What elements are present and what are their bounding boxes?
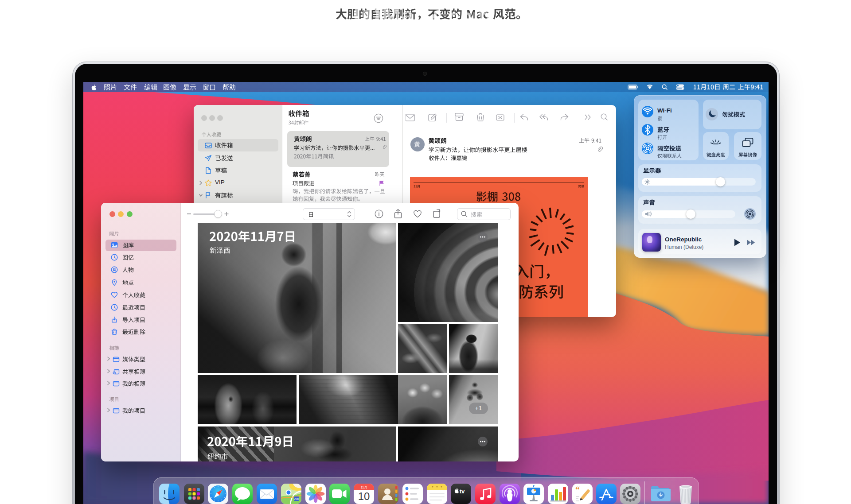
svg-text:tv: tv [460, 488, 465, 495]
svg-text:“: “ [575, 485, 580, 495]
svg-text:10: 10 [358, 490, 370, 502]
svg-text:280: 280 [294, 497, 299, 500]
svg-text:11月: 11月 [361, 486, 367, 489]
